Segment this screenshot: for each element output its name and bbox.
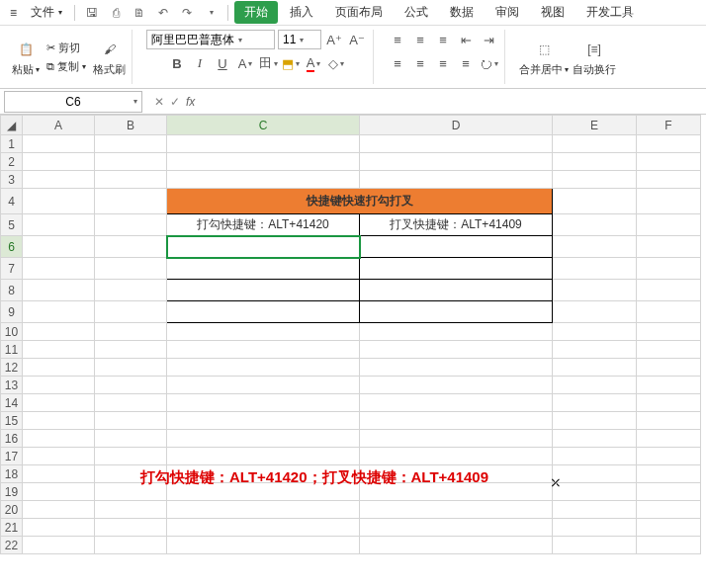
file-menu[interactable]: 文件▾: [25, 4, 68, 21]
row-header[interactable]: 18: [1, 465, 23, 483]
cell-C7[interactable]: [167, 258, 360, 280]
border-button[interactable]: 田: [258, 53, 278, 73]
row-header[interactable]: 5: [1, 214, 23, 236]
col-header[interactable]: C: [167, 116, 360, 135]
brush-icon: 🖌: [98, 38, 122, 61]
tab-page-layout[interactable]: 页面布局: [325, 1, 393, 24]
underline-button[interactable]: U: [213, 53, 232, 73]
row-header[interactable]: 15: [1, 412, 23, 430]
ribbon: 📋 粘贴▾ ✂剪切 ⧉复制▾ 🖌 格式刷 阿里巴巴普惠体▾ 11▾ A⁺ A⁻ …: [0, 26, 706, 89]
cut-button[interactable]: ✂剪切: [44, 40, 89, 56]
cell-D7[interactable]: [360, 258, 553, 280]
font-name-dropdown[interactable]: 阿里巴巴普惠体▾: [146, 30, 275, 49]
save-icon[interactable]: 🖫: [83, 4, 101, 22]
row-header[interactable]: 8: [1, 280, 23, 301]
font-group: 阿里巴巴普惠体▾ 11▾ A⁺ A⁻ B I U A 田 ⬒ A ◇: [140, 30, 374, 84]
row-header[interactable]: 11: [1, 341, 23, 359]
wrap-text-button[interactable]: [≡] 自动换行: [573, 38, 616, 77]
app-menu-icon[interactable]: ≡: [4, 6, 23, 20]
row-header[interactable]: 22: [1, 537, 23, 554]
align-top-icon[interactable]: ≡: [388, 30, 407, 49]
scissors-icon: ✂: [46, 42, 55, 54]
tab-insert[interactable]: 插入: [280, 1, 323, 24]
align-bottom-icon[interactable]: ≡: [433, 30, 453, 49]
name-box-value: C6: [65, 95, 80, 109]
select-all-corner[interactable]: ◢: [1, 116, 23, 135]
row-header[interactable]: 7: [1, 258, 23, 280]
copy-button[interactable]: ⧉复制▾: [44, 58, 89, 75]
tab-developer[interactable]: 开发工具: [576, 1, 644, 24]
col-header[interactable]: B: [95, 116, 167, 135]
distribute-icon[interactable]: ≡: [456, 53, 476, 73]
col-header[interactable]: D: [360, 116, 553, 135]
confirm-icon[interactable]: ✓: [170, 95, 180, 109]
cell-C9[interactable]: [167, 301, 360, 323]
formula-bar-row: C6 ▾ ✕ ✓ fx: [0, 89, 706, 115]
row-header[interactable]: 6: [1, 236, 23, 258]
row-header[interactable]: 20: [1, 501, 23, 519]
orientation-icon[interactable]: ⭮: [479, 53, 498, 73]
tab-formulas[interactable]: 公式: [395, 1, 438, 24]
redo-icon[interactable]: ↷: [178, 4, 196, 22]
cell-title[interactable]: 快捷键快速打勾打叉: [167, 189, 553, 214]
bold-button[interactable]: B: [167, 53, 187, 73]
paste-icon: 📋: [14, 38, 38, 61]
fill-color-button[interactable]: ⬒: [281, 53, 301, 73]
indent-inc-icon[interactable]: ⇥: [479, 30, 498, 49]
row-header[interactable]: 19: [1, 483, 23, 501]
tab-data[interactable]: 数据: [440, 1, 484, 24]
name-box[interactable]: C6 ▾: [4, 91, 142, 113]
cell-D8[interactable]: [360, 280, 553, 301]
align-left-icon[interactable]: ≡: [388, 53, 407, 73]
font-size-dropdown[interactable]: 11▾: [278, 30, 321, 49]
row-header[interactable]: 9: [1, 301, 23, 323]
clear-format-button[interactable]: ◇: [326, 53, 346, 73]
italic-button[interactable]: I: [190, 53, 210, 73]
cursor-icon: ⤫: [550, 474, 562, 490]
merge-center-button[interactable]: ⬚ 合并居中▾: [519, 38, 569, 77]
font-color-button[interactable]: A: [304, 53, 323, 73]
col-header[interactable]: E: [553, 116, 637, 135]
row-header[interactable]: 10: [1, 323, 23, 341]
tab-home[interactable]: 开始: [234, 1, 278, 24]
row-header[interactable]: 16: [1, 430, 23, 448]
row-header[interactable]: 21: [1, 519, 23, 537]
decrease-font-icon[interactable]: A⁻: [347, 30, 367, 49]
cancel-icon[interactable]: ✕: [154, 95, 164, 109]
row-header[interactable]: 3: [1, 171, 23, 189]
format-painter-button[interactable]: 🖌 格式刷: [93, 38, 126, 77]
cell-D5[interactable]: 打叉快捷键：ALT+41409: [360, 214, 553, 236]
align-right-icon[interactable]: ≡: [433, 53, 453, 73]
grid-area: ◢ A B C D E F 1 2 3 4快捷键快速打勾打叉 5打勾快捷键：AL…: [0, 115, 706, 587]
row-header[interactable]: 13: [1, 377, 23, 394]
col-header[interactable]: F: [637, 116, 701, 135]
tab-view[interactable]: 视图: [531, 1, 574, 24]
tab-review[interactable]: 审阅: [485, 1, 529, 24]
fx-icon[interactable]: fx: [186, 95, 195, 109]
spreadsheet-grid[interactable]: ◢ A B C D E F 1 2 3 4快捷键快速打勾打叉 5打勾快捷键：AL…: [0, 115, 701, 554]
cell-C6[interactable]: [167, 236, 360, 258]
row-header[interactable]: 14: [1, 394, 23, 412]
align-middle-icon[interactable]: ≡: [410, 30, 430, 49]
col-header[interactable]: A: [23, 116, 95, 135]
font-style-more[interactable]: A: [235, 53, 255, 73]
row-header[interactable]: 2: [1, 153, 23, 171]
undo-icon[interactable]: ↶: [154, 4, 172, 22]
cell-C5[interactable]: 打勾快捷键：ALT+41420: [167, 214, 360, 236]
increase-font-icon[interactable]: A⁺: [324, 30, 344, 49]
row-header[interactable]: 1: [1, 135, 23, 153]
cell-C8[interactable]: [167, 280, 360, 301]
indent-dec-icon[interactable]: ⇤: [456, 30, 476, 49]
paste-button[interactable]: 📋 粘贴▾: [12, 38, 40, 77]
align-center-icon[interactable]: ≡: [410, 53, 430, 73]
row-header[interactable]: 4: [1, 189, 23, 214]
cell-D6[interactable]: [360, 236, 553, 258]
cell-D9[interactable]: [360, 301, 553, 323]
row-header[interactable]: 12: [1, 359, 23, 377]
row-header[interactable]: 17: [1, 448, 23, 465]
alignment-group: ≡ ≡ ≡ ⇤ ⇥ ≡ ≡ ≡ ≡ ⭮: [382, 30, 505, 84]
print-icon[interactable]: ⎙: [107, 4, 125, 22]
preview-icon[interactable]: 🗎: [131, 4, 148, 22]
formula-input[interactable]: [203, 91, 706, 113]
qat-more[interactable]: [202, 4, 220, 22]
